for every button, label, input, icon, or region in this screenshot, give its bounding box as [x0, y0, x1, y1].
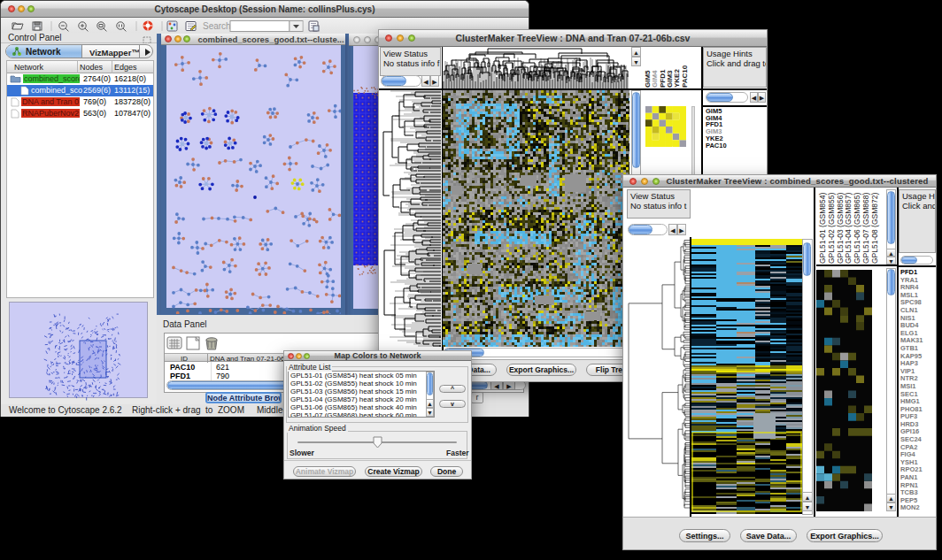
svg-text:Search:: Search: — [203, 21, 233, 31]
